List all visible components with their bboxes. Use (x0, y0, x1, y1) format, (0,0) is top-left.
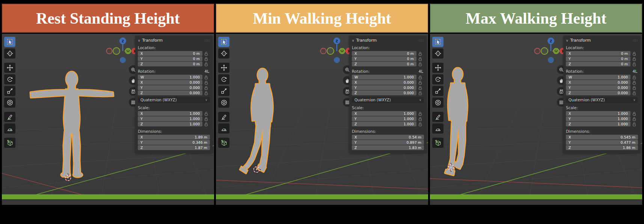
lock-toggle[interactable] (630, 86, 638, 90)
human-model-tpose[interactable] (30, 72, 113, 177)
lock-toggle[interactable] (416, 91, 424, 95)
rotation-lock-badge[interactable]: 4L (204, 69, 209, 74)
rotation-w-field[interactable]: W1.000 (352, 75, 416, 80)
rotation-x-field[interactable]: X0.000 (566, 80, 630, 85)
lock-toggle[interactable] (416, 86, 424, 90)
location-z-field[interactable]: Z0 m (138, 62, 202, 66)
rotation-mode-dropdown[interactable]: Quaternion (WXYZ)∨ (566, 97, 638, 103)
lock-toggle[interactable] (416, 75, 424, 80)
rotation-lock-badge[interactable]: 4L (632, 69, 637, 74)
lock-toggle[interactable] (202, 62, 210, 66)
gizmo-neg-y-ball[interactable] (541, 48, 548, 54)
rotation-x-field[interactable]: X0.000 (138, 80, 202, 85)
scale-tool-button[interactable] (4, 86, 15, 96)
lock-toggle[interactable] (202, 51, 210, 56)
scale-y-field[interactable]: Y1.000 (352, 116, 416, 121)
cursor-tool-button[interactable] (432, 48, 443, 59)
rotation-x-field[interactable]: X0.000 (352, 80, 416, 85)
rotation-z-field[interactable]: Z0.000 (352, 90, 416, 95)
gizmo-neg-x-ball[interactable] (535, 48, 540, 54)
location-x-field[interactable]: X0 m (138, 51, 202, 56)
collapse-chevron-icon[interactable]: ∨ (138, 39, 140, 42)
gizmo-neg-z-ball[interactable] (120, 57, 126, 63)
drag-handle-icon[interactable]: ∷∷ (419, 39, 424, 42)
lock-toggle[interactable] (202, 111, 210, 116)
lock-toggle[interactable] (416, 117, 424, 121)
annotate-tool-button[interactable] (218, 112, 229, 122)
lock-toggle[interactable] (630, 91, 638, 95)
transform-tool-button[interactable] (4, 98, 15, 108)
transform-tool-button[interactable] (218, 98, 229, 108)
gizmo-neg-y-ball[interactable] (327, 48, 334, 54)
location-z-field[interactable]: Z0 m (566, 62, 630, 66)
box-select-tool-button[interactable] (4, 37, 15, 47)
lock-toggle[interactable] (202, 122, 210, 126)
lock-toggle[interactable] (202, 117, 210, 121)
lock-toggle[interactable] (202, 57, 210, 61)
gizmo-neg-z-ball[interactable] (548, 57, 554, 63)
collapse-chevron-icon[interactable]: ∨ (566, 39, 569, 42)
dimensions-z-field[interactable]: Z1.83 m (352, 145, 424, 150)
cursor-tool-button[interactable] (4, 48, 15, 59)
box-select-tool-button[interactable] (218, 37, 229, 47)
scale-z-field[interactable]: Z1.000 (352, 122, 416, 126)
scale-tool-button[interactable] (218, 86, 229, 96)
dimensions-y-field[interactable]: Y0.477 m (566, 140, 638, 145)
lock-toggle[interactable] (630, 117, 638, 121)
rotation-lock-badge[interactable]: 4L (418, 69, 423, 74)
gizmo-neg-z-ball[interactable] (334, 57, 340, 63)
lock-toggle[interactable] (416, 51, 424, 56)
gizmo-neg-y-ball[interactable] (113, 48, 120, 54)
rotation-y-field[interactable]: Y0.000 (566, 85, 630, 90)
dimensions-z-field[interactable]: Z1.87 m (138, 145, 210, 150)
location-x-field[interactable]: X0 m (566, 51, 630, 56)
rotation-y-field[interactable]: Y0.000 (138, 85, 202, 90)
3d-viewport[interactable]: X Z ∨ Transform ∷∷ Location: X0 m (216, 34, 428, 205)
annotate-tool-button[interactable] (4, 112, 15, 122)
cursor-tool-button[interactable] (218, 48, 229, 59)
rotation-w-field[interactable]: W1.000 (138, 75, 202, 80)
dimensions-x-field[interactable]: X1.89 m (138, 135, 210, 140)
human-model-walking[interactable] (240, 69, 273, 173)
lock-toggle[interactable] (416, 111, 424, 116)
lock-toggle[interactable] (416, 57, 424, 61)
move-tool-button[interactable] (218, 63, 229, 73)
rotate-tool-button[interactable] (4, 74, 15, 84)
location-y-field[interactable]: Y0 m (138, 56, 202, 61)
rotation-mode-dropdown[interactable]: Quaternion (WXYZ)∨ (138, 97, 210, 103)
human-model-walking[interactable] (445, 68, 468, 175)
location-y-field[interactable]: Y0 m (352, 56, 416, 61)
lock-toggle[interactable] (416, 62, 424, 66)
lock-toggle[interactable] (630, 62, 638, 66)
gizmo-neg-x-ball[interactable] (107, 48, 112, 54)
rotation-z-field[interactable]: Z0.000 (566, 90, 630, 95)
rotation-y-field[interactable]: Y0.000 (352, 85, 416, 90)
lock-toggle[interactable] (630, 122, 638, 126)
rotate-tool-button[interactable] (218, 74, 229, 84)
lock-toggle[interactable] (630, 75, 638, 80)
scale-x-field[interactable]: X1.000 (138, 111, 202, 116)
add-cube-tool-button[interactable] (4, 138, 15, 148)
dimensions-y-field[interactable]: Y0.346 m (138, 140, 210, 145)
gizmo-y-ball[interactable] (125, 48, 131, 54)
scale-z-field[interactable]: Z1.000 (566, 122, 630, 126)
measure-tool-button[interactable] (4, 123, 15, 134)
location-x-field[interactable]: X0 m (352, 51, 416, 56)
measure-tool-button[interactable] (432, 123, 443, 134)
dimensions-y-field[interactable]: Y0.897 m (352, 140, 424, 145)
scale-tool-button[interactable] (432, 86, 443, 96)
lock-toggle[interactable] (202, 80, 210, 85)
transform-tool-button[interactable] (432, 98, 443, 108)
lock-toggle[interactable] (202, 91, 210, 95)
collapse-chevron-icon[interactable]: ∨ (352, 39, 354, 42)
3d-viewport[interactable]: X Z ∨ Transform ∷∷ Location: X0 m (430, 34, 642, 205)
lock-toggle[interactable] (630, 80, 638, 85)
lock-toggle[interactable] (630, 57, 638, 61)
lock-toggle[interactable] (416, 80, 424, 85)
dimensions-x-field[interactable]: X0.54 m (352, 135, 424, 140)
lock-toggle[interactable] (416, 122, 424, 126)
dimensions-z-field[interactable]: Z1.86 m (566, 145, 638, 150)
box-select-tool-button[interactable] (432, 37, 443, 47)
rotation-w-field[interactable]: W1.000 (566, 75, 630, 80)
move-tool-button[interactable] (4, 63, 15, 73)
